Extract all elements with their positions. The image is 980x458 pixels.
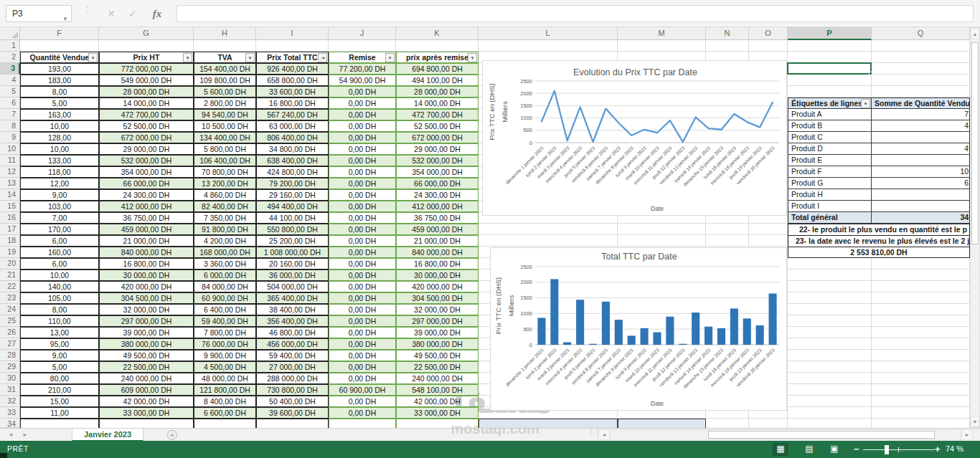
- cell-P25[interactable]: [788, 315, 872, 327]
- filter-dropdown-icon[interactable]: ▼: [385, 53, 395, 62]
- cell-G24[interactable]: 32 000,00 DH: [99, 304, 194, 315]
- cell-G12[interactable]: 354 000,00 DH: [99, 166, 194, 178]
- name-box[interactable]: P3 ▼: [6, 5, 72, 22]
- cell-Q22[interactable]: [872, 281, 970, 292]
- cell-H5[interactable]: 5 600,00 DH: [194, 86, 256, 97]
- cell-P5[interactable]: [788, 86, 872, 97]
- cell-Q30[interactable]: [872, 373, 970, 384]
- cell-J27[interactable]: 0,00 DH: [329, 338, 396, 350]
- cell-J32[interactable]: 0,00 DH: [329, 396, 396, 407]
- cell-Q16[interactable]: 345: [872, 212, 970, 224]
- cell-G2[interactable]: Prix HT▼: [99, 52, 194, 63]
- cell-P28[interactable]: [788, 350, 872, 361]
- cell-Q21[interactable]: [872, 269, 970, 281]
- cell-J2[interactable]: Remise▼: [329, 52, 396, 63]
- cell-P14[interactable]: Produit H: [788, 189, 872, 201]
- cell-Q28[interactable]: [872, 350, 970, 361]
- cell-I32[interactable]: 50 400,00 DH: [256, 396, 329, 407]
- row-header-23[interactable]: 23: [0, 292, 20, 304]
- column-header-O[interactable]: O: [749, 27, 788, 40]
- cell-I34[interactable]: [256, 419, 329, 428]
- cancel-entry-icon[interactable]: ✕: [102, 4, 121, 23]
- cell-O1[interactable]: [749, 40, 788, 52]
- cell-Q32[interactable]: [872, 396, 970, 407]
- select-all-corner[interactable]: [0, 27, 20, 40]
- cell-N17[interactable]: [706, 224, 749, 235]
- row-header-30[interactable]: 30: [0, 373, 20, 384]
- cell-G19[interactable]: 840 000,00 DH: [99, 247, 194, 258]
- cell-F32[interactable]: 15,00: [20, 396, 99, 407]
- cell-I12[interactable]: 424 800,00 DH: [256, 166, 329, 178]
- cell-I2[interactable]: Prix Total TTC↓▾: [256, 52, 329, 63]
- cell-G32[interactable]: 42 000,00 DH: [99, 396, 194, 407]
- cell-G13[interactable]: 66 000,00 DH: [99, 178, 194, 189]
- row-header-31[interactable]: 31: [0, 384, 20, 396]
- cell-P29[interactable]: [788, 361, 872, 373]
- cell-I29[interactable]: 27 000,00 DH: [256, 361, 329, 373]
- column-header-Q[interactable]: Q: [872, 27, 970, 40]
- cell-O18[interactable]: [749, 235, 788, 247]
- add-sheet-icon[interactable]: +: [167, 430, 177, 440]
- cell-F4[interactable]: 183,00: [20, 75, 99, 86]
- cell-H25[interactable]: 59 400,00 DH: [194, 315, 256, 327]
- page-break-view-icon[interactable]: ▣: [826, 443, 842, 456]
- cell-J24[interactable]: 0,00 DH: [329, 304, 396, 315]
- cell-Q10[interactable]: 49: [872, 143, 970, 155]
- row-header-28[interactable]: 28: [0, 350, 20, 361]
- cell-J15[interactable]: 0,00 DH: [329, 201, 396, 212]
- cell-Q2[interactable]: [872, 52, 970, 63]
- cell-H26[interactable]: 7 800,00 DH: [194, 327, 256, 338]
- cell-K10[interactable]: 29 000,00 DH: [396, 143, 479, 155]
- cell-F25[interactable]: 110,00: [20, 315, 99, 327]
- cell-I27[interactable]: 456 000,00 DH: [256, 338, 329, 350]
- cell-G5[interactable]: 28 000,00 DH: [99, 86, 194, 97]
- formula-input[interactable]: [176, 5, 974, 22]
- cell-P22[interactable]: [788, 281, 872, 292]
- horizontal-scrollbar[interactable]: [610, 429, 961, 440]
- cell-P26[interactable]: [788, 327, 872, 338]
- row-header-7[interactable]: 7: [0, 109, 20, 120]
- cell-J10[interactable]: 0,00 DH: [329, 143, 396, 155]
- cell-I26[interactable]: 46 800,00 DH: [256, 327, 329, 338]
- cell-H18[interactable]: 4 200,00 DH: [194, 235, 256, 247]
- cell-P10[interactable]: Produit D: [788, 143, 872, 155]
- cell-I28[interactable]: 59 400,00 DH: [256, 350, 329, 361]
- cell-K31[interactable]: 548 100,00 DH: [396, 384, 479, 396]
- cell-K5[interactable]: 28 000,00 DH: [396, 86, 479, 97]
- cell-K4[interactable]: 494 100,00 DH: [396, 75, 479, 86]
- cell-G20[interactable]: 16 800,00 DH: [99, 258, 194, 269]
- cell-I7[interactable]: 567 240,00 DH: [256, 109, 329, 120]
- cell-J12[interactable]: 0,00 DH: [329, 166, 396, 178]
- cell-G1[interactable]: [99, 40, 194, 52]
- cell-H14[interactable]: 4 860,00 DH: [194, 189, 256, 201]
- cell-F10[interactable]: 10,00: [20, 143, 99, 155]
- cell-L18[interactable]: [479, 235, 618, 247]
- confirm-entry-icon[interactable]: ✓: [123, 4, 142, 23]
- cell-I24[interactable]: 38 400,00 DH: [256, 304, 329, 315]
- scroll-right-icon[interactable]: ►: [961, 429, 973, 440]
- cell-I23[interactable]: 365 400,00 DH: [256, 292, 329, 304]
- zoom-out-icon[interactable]: −: [854, 444, 859, 454]
- cell-F2[interactable]: Quantité Vendue▼: [20, 52, 99, 63]
- cell-Q13[interactable]: 62: [872, 178, 970, 189]
- cell-F5[interactable]: 8,00: [20, 86, 99, 97]
- cell-G23[interactable]: 304 500,00 DH: [99, 292, 194, 304]
- cell-P31[interactable]: [788, 384, 872, 396]
- cell-F20[interactable]: 6,00: [20, 258, 99, 269]
- active-cell-selection[interactable]: [787, 62, 872, 75]
- row-header-19[interactable]: 19: [0, 247, 20, 258]
- cell-F22[interactable]: 140,00: [20, 281, 99, 292]
- filter-dropdown-icon[interactable]: ▼: [245, 53, 255, 62]
- cell-H2[interactable]: TVA▼: [194, 52, 256, 63]
- cell-J5[interactable]: 0,00 DH: [329, 86, 396, 97]
- cell-G25[interactable]: 297 000,00 DH: [99, 315, 194, 327]
- cell-F30[interactable]: 80,00: [20, 373, 99, 384]
- vertical-scrollbar[interactable]: ▲ ▼: [970, 27, 980, 428]
- cell-Q27[interactable]: [872, 338, 970, 350]
- cell-P6[interactable]: Étiquettes de lignes▼: [788, 97, 872, 109]
- column-header-J[interactable]: J: [329, 27, 396, 40]
- cell-I13[interactable]: 79 200,00 DH: [256, 178, 329, 189]
- cell-Q15[interactable]: 3: [872, 201, 970, 212]
- name-box-dropdown-icon[interactable]: ▼: [62, 11, 68, 27]
- cell-K27[interactable]: 380 000,00 DH: [396, 338, 479, 350]
